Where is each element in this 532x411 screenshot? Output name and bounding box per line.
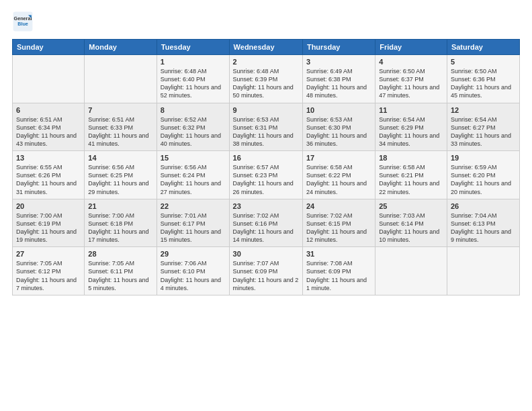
- day-number: 29: [161, 250, 226, 258]
- calendar-cell: 25Sunrise: 7:03 AM Sunset: 6:14 PM Dayli…: [375, 199, 447, 247]
- day-info: Sunrise: 6:54 AM Sunset: 6:29 PM Dayligh…: [379, 116, 443, 148]
- day-number: 30: [233, 250, 299, 258]
- day-info: Sunrise: 7:06 AM Sunset: 6:10 PM Dayligh…: [161, 259, 226, 292]
- day-info: Sunrise: 7:03 AM Sunset: 6:14 PM Dayligh…: [379, 212, 443, 244]
- weekday-header-tuesday: Tuesday: [157, 40, 229, 55]
- calendar-cell: 18Sunrise: 6:58 AM Sunset: 6:21 PM Dayli…: [375, 151, 447, 199]
- day-info: Sunrise: 7:04 AM Sunset: 6:13 PM Dayligh…: [451, 212, 516, 244]
- calendar-cell: 11Sunrise: 6:54 AM Sunset: 6:29 PM Dayli…: [375, 103, 447, 151]
- calendar-week-row: 27Sunrise: 7:05 AM Sunset: 6:12 PM Dayli…: [13, 247, 520, 295]
- day-number: 21: [88, 202, 153, 210]
- day-number: 28: [88, 250, 153, 258]
- day-info: Sunrise: 7:07 AM Sunset: 6:09 PM Dayligh…: [233, 259, 299, 292]
- calendar-week-row: 6Sunrise: 6:51 AM Sunset: 6:34 PM Daylig…: [13, 103, 520, 151]
- day-number: 9: [233, 106, 299, 114]
- svg-text:Blue: Blue: [17, 21, 28, 27]
- day-number: 2: [233, 58, 299, 66]
- calendar-cell: 26Sunrise: 7:04 AM Sunset: 6:13 PM Dayli…: [447, 199, 519, 247]
- day-info: Sunrise: 6:59 AM Sunset: 6:20 PM Dayligh…: [451, 163, 516, 196]
- day-number: 7: [88, 106, 153, 114]
- day-info: Sunrise: 7:00 AM Sunset: 6:19 PM Dayligh…: [16, 212, 81, 244]
- calendar-cell: 2Sunrise: 6:48 AM Sunset: 6:39 PM Daylig…: [229, 55, 302, 103]
- calendar-cell: 23Sunrise: 7:02 AM Sunset: 6:16 PM Dayli…: [229, 199, 302, 247]
- logo-area: General Blue: [12, 11, 36, 32]
- day-info: Sunrise: 7:01 AM Sunset: 6:17 PM Dayligh…: [161, 212, 226, 244]
- calendar-cell: 12Sunrise: 6:54 AM Sunset: 6:27 PM Dayli…: [447, 103, 519, 151]
- day-info: Sunrise: 6:56 AM Sunset: 6:24 PM Dayligh…: [161, 163, 226, 196]
- calendar-cell: [447, 247, 519, 295]
- calendar-week-row: 1Sunrise: 6:48 AM Sunset: 6:40 PM Daylig…: [13, 55, 520, 103]
- calendar-cell: 15Sunrise: 6:56 AM Sunset: 6:24 PM Dayli…: [157, 151, 229, 199]
- day-number: 24: [306, 202, 371, 210]
- day-info: Sunrise: 7:08 AM Sunset: 6:09 PM Dayligh…: [306, 259, 371, 292]
- calendar-cell: 17Sunrise: 6:58 AM Sunset: 6:22 PM Dayli…: [302, 151, 375, 199]
- day-info: Sunrise: 6:54 AM Sunset: 6:27 PM Dayligh…: [451, 116, 516, 148]
- weekday-header-saturday: Saturday: [447, 40, 519, 55]
- day-info: Sunrise: 6:50 AM Sunset: 6:37 PM Dayligh…: [379, 67, 443, 100]
- weekday-header-sunday: Sunday: [13, 40, 85, 55]
- calendar-cell: 13Sunrise: 6:55 AM Sunset: 6:26 PM Dayli…: [13, 151, 85, 199]
- day-number: 26: [451, 202, 516, 210]
- day-number: 13: [16, 154, 81, 162]
- calendar-week-row: 13Sunrise: 6:55 AM Sunset: 6:26 PM Dayli…: [13, 151, 520, 199]
- day-info: Sunrise: 6:49 AM Sunset: 6:38 PM Dayligh…: [306, 67, 371, 100]
- calendar-cell: 28Sunrise: 7:05 AM Sunset: 6:11 PM Dayli…: [85, 247, 157, 295]
- weekday-header-thursday: Thursday: [302, 40, 375, 55]
- day-info: Sunrise: 6:58 AM Sunset: 6:22 PM Dayligh…: [306, 163, 371, 196]
- day-number: 22: [161, 202, 226, 210]
- day-info: Sunrise: 6:56 AM Sunset: 6:25 PM Dayligh…: [88, 163, 153, 196]
- day-number: 10: [306, 106, 371, 114]
- day-number: 25: [379, 202, 443, 210]
- day-number: 12: [451, 106, 516, 114]
- calendar-cell: 20Sunrise: 7:00 AM Sunset: 6:19 PM Dayli…: [13, 199, 85, 247]
- calendar-cell: 16Sunrise: 6:57 AM Sunset: 6:23 PM Dayli…: [229, 151, 302, 199]
- day-info: Sunrise: 7:02 AM Sunset: 6:15 PM Dayligh…: [306, 212, 371, 244]
- day-number: 27: [16, 250, 81, 258]
- day-number: 31: [306, 250, 371, 258]
- calendar-cell: 8Sunrise: 6:52 AM Sunset: 6:32 PM Daylig…: [157, 103, 229, 151]
- day-info: Sunrise: 6:48 AM Sunset: 6:39 PM Dayligh…: [233, 67, 299, 100]
- day-info: Sunrise: 6:57 AM Sunset: 6:23 PM Dayligh…: [233, 163, 299, 196]
- logo-icon: General Blue: [12, 11, 34, 32]
- calendar-cell: 29Sunrise: 7:06 AM Sunset: 6:10 PM Dayli…: [157, 247, 229, 295]
- page: General Blue SundayMondayTuesdayWednesda…: [0, 0, 532, 411]
- day-info: Sunrise: 6:51 AM Sunset: 6:34 PM Dayligh…: [16, 116, 81, 148]
- weekday-header-friday: Friday: [375, 40, 447, 55]
- day-info: Sunrise: 7:05 AM Sunset: 6:11 PM Dayligh…: [88, 259, 153, 292]
- calendar-cell: [85, 55, 157, 103]
- day-number: 17: [306, 154, 371, 162]
- weekday-header-wednesday: Wednesday: [229, 40, 302, 55]
- day-number: 16: [233, 154, 299, 162]
- header: General Blue: [12, 11, 520, 32]
- calendar-cell: 10Sunrise: 6:53 AM Sunset: 6:30 PM Dayli…: [302, 103, 375, 151]
- calendar-cell: 3Sunrise: 6:49 AM Sunset: 6:38 PM Daylig…: [302, 55, 375, 103]
- calendar-cell: 21Sunrise: 7:00 AM Sunset: 6:18 PM Dayli…: [85, 199, 157, 247]
- day-number: 11: [379, 106, 443, 114]
- day-number: 1: [161, 58, 226, 66]
- calendar-cell: 4Sunrise: 6:50 AM Sunset: 6:37 PM Daylig…: [375, 55, 447, 103]
- day-info: Sunrise: 6:48 AM Sunset: 6:40 PM Dayligh…: [161, 67, 226, 100]
- day-number: 14: [88, 154, 153, 162]
- calendar-cell: [13, 55, 85, 103]
- calendar-cell: 24Sunrise: 7:02 AM Sunset: 6:15 PM Dayli…: [302, 199, 375, 247]
- weekday-header-monday: Monday: [85, 40, 157, 55]
- calendar-cell: 31Sunrise: 7:08 AM Sunset: 6:09 PM Dayli…: [302, 247, 375, 295]
- day-number: 18: [379, 154, 443, 162]
- day-info: Sunrise: 6:51 AM Sunset: 6:33 PM Dayligh…: [88, 116, 153, 148]
- calendar-cell: 9Sunrise: 6:53 AM Sunset: 6:31 PM Daylig…: [229, 103, 302, 151]
- calendar-table: SundayMondayTuesdayWednesdayThursdayFrid…: [12, 39, 520, 295]
- day-info: Sunrise: 7:02 AM Sunset: 6:16 PM Dayligh…: [233, 212, 299, 244]
- day-info: Sunrise: 6:53 AM Sunset: 6:30 PM Dayligh…: [306, 116, 371, 148]
- calendar-cell: 27Sunrise: 7:05 AM Sunset: 6:12 PM Dayli…: [13, 247, 85, 295]
- calendar-cell: 22Sunrise: 7:01 AM Sunset: 6:17 PM Dayli…: [157, 199, 229, 247]
- day-number: 4: [379, 58, 443, 66]
- calendar-cell: [375, 247, 447, 295]
- calendar-week-row: 20Sunrise: 7:00 AM Sunset: 6:19 PM Dayli…: [13, 199, 520, 247]
- day-info: Sunrise: 6:55 AM Sunset: 6:26 PM Dayligh…: [16, 163, 81, 196]
- day-number: 3: [306, 58, 371, 66]
- calendar-cell: 19Sunrise: 6:59 AM Sunset: 6:20 PM Dayli…: [447, 151, 519, 199]
- day-info: Sunrise: 6:58 AM Sunset: 6:21 PM Dayligh…: [379, 163, 443, 196]
- calendar-cell: 7Sunrise: 6:51 AM Sunset: 6:33 PM Daylig…: [85, 103, 157, 151]
- day-number: 19: [451, 154, 516, 162]
- day-number: 8: [161, 106, 226, 114]
